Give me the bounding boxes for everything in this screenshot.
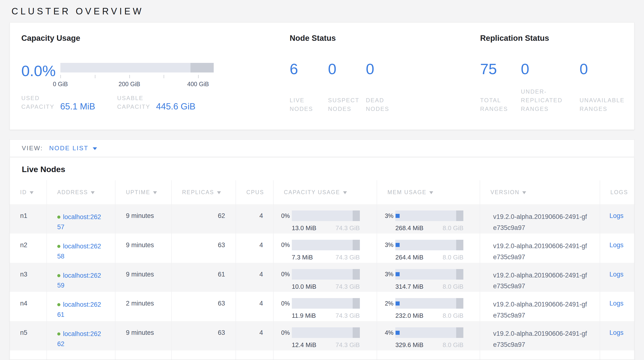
memory-usage-gauge: 3%314.7 MiB8.0 GiB xyxy=(377,269,480,290)
capacity-total-value: 74.3 GiB xyxy=(336,312,360,319)
capacity-axis-tick xyxy=(95,75,95,78)
view-label: VIEW: xyxy=(22,144,43,152)
node-address-link[interactable]: localhost:26261 xyxy=(57,301,101,318)
column-header-label: LOGS xyxy=(610,189,628,195)
column-header-memory[interactable]: MEM USAGE xyxy=(377,180,480,204)
capacity-usage-reserved-segment xyxy=(353,240,360,250)
memory-total-value: 8.0 GiB xyxy=(443,224,464,232)
node-cpus-cell: 4 xyxy=(236,263,273,292)
node-address-cell: localhost:26257 xyxy=(47,204,116,234)
node-version-cell: v19.2.0-alpha.20190606-2491-gfe735c9a97 xyxy=(480,263,600,292)
column-header-address[interactable]: ADDRESS xyxy=(47,180,116,204)
capacity-usage-title: Capacity Usage xyxy=(21,34,290,43)
column-header-label: ID xyxy=(20,189,27,195)
capacity-usage-bar xyxy=(292,269,360,280)
column-header-label: MEM USAGE xyxy=(388,189,426,195)
column-header-replicas[interactable]: REPLICAS xyxy=(172,180,236,204)
capacity-usage-cell: 0%10.0 MiB74.3 GiB xyxy=(273,263,377,292)
memory-total-value: 8.0 GiB xyxy=(443,283,464,290)
node-status-section: Node Status 6LIVENODES0SUSPECTNODES0DEAD… xyxy=(290,34,480,130)
replication-stat-value: 0 xyxy=(521,61,580,77)
capacity-axis-tick-label: 200 GiB xyxy=(118,81,140,88)
node-cpus-cell: 4 xyxy=(236,321,273,350)
table-row-partial xyxy=(10,350,634,359)
sort-caret-icon xyxy=(522,191,526,194)
used-capacity-stat: USEDCAPACITY 65.1 MiB xyxy=(21,94,117,111)
capacity-usage-section: Capacity Usage 0.0% 0 GiB200 GiB400 GiB … xyxy=(21,34,290,130)
page-title: CLUSTER OVERVIEW xyxy=(10,0,634,22)
capacity-used-value: 13.0 MiB xyxy=(292,224,316,232)
replication-stat-1: 0UNDER-REPLICATEDRANGES xyxy=(521,61,580,113)
memory-usage-percent: 3% xyxy=(377,271,394,278)
column-header-version[interactable]: VERSION xyxy=(480,180,600,204)
column-header-cpus: CPUS xyxy=(236,180,273,204)
capacity-usage-percent: 0% xyxy=(274,329,290,336)
node-logs-link[interactable]: Logs xyxy=(610,271,624,278)
memory-usage-used-segment xyxy=(396,301,400,305)
node-uptime-cell: 9 minutes xyxy=(115,204,172,234)
live-node-dot-icon xyxy=(57,303,60,306)
live-node-dot-icon xyxy=(57,245,60,248)
node-logs-link[interactable]: Logs xyxy=(610,212,624,219)
memory-usage-bar xyxy=(395,327,463,338)
column-header-uptime[interactable]: UPTIME xyxy=(115,180,172,204)
memory-usage-percent: 2% xyxy=(377,300,394,307)
node-logs-cell: Logs xyxy=(600,321,634,350)
memory-usage-bar xyxy=(395,240,463,250)
node-address-link[interactable]: localhost:26262 xyxy=(57,330,101,347)
memory-used-value: 329.6 MiB xyxy=(395,341,423,349)
capacity-gauge: 0 GiB200 GiB400 GiB xyxy=(60,63,214,78)
memory-usage-used-segment xyxy=(396,243,400,247)
capacity-axis-tick-label: 400 GiB xyxy=(187,81,209,88)
node-id-cell: n1 xyxy=(10,204,47,234)
capacity-usage-gauge: 0%11.9 MiB74.3 GiB xyxy=(274,298,377,319)
memory-usage-cell: 3%264.4 MiB8.0 GiB xyxy=(377,234,480,263)
node-logs-link[interactable]: Logs xyxy=(610,329,624,336)
node-address-link[interactable]: localhost:26259 xyxy=(57,272,101,289)
capacity-axis-tick xyxy=(164,75,164,78)
node-address-link[interactable]: localhost:26257 xyxy=(57,213,101,231)
used-capacity-label: USEDCAPACITY xyxy=(21,94,54,111)
column-header-id[interactable]: ID xyxy=(10,180,47,204)
memory-used-value: 232.0 MiB xyxy=(395,312,423,319)
capacity-usage-gauge: 0%13.0 MiB74.3 GiB xyxy=(274,211,377,232)
replication-status-section: Replication Status 75TOTALRANGES0UNDER-R… xyxy=(480,34,634,130)
node-stat-0: 6LIVENODES xyxy=(290,61,328,113)
live-node-dot-icon xyxy=(57,216,60,219)
column-header-label: REPLICAS xyxy=(182,189,214,195)
capacity-usage-bar xyxy=(292,327,360,338)
node-replicas-cell: 62 xyxy=(172,204,236,234)
memory-used-value: 314.7 MiB xyxy=(395,283,423,290)
column-header-label: CAPACITY USAGE xyxy=(284,189,340,195)
live-node-dot-icon xyxy=(57,274,60,277)
chevron-down-icon xyxy=(93,147,97,150)
memory-usage-percent: 3% xyxy=(377,212,394,219)
memory-usage-used-segment xyxy=(396,214,400,218)
node-logs-link[interactable]: Logs xyxy=(610,241,624,249)
usable-capacity-stat: USABLECAPACITY 445.6 GiB xyxy=(117,94,196,111)
node-stat-1: 0SUSPECTNODES xyxy=(328,61,366,113)
memory-used-value: 268.4 MiB xyxy=(395,224,423,232)
node-cpus-cell: 4 xyxy=(236,204,273,234)
memory-usage-reserved-segment xyxy=(456,211,463,221)
replication-stat-value: 75 xyxy=(480,61,521,77)
table-header-row: IDADDRESSUPTIMEREPLICASCPUSCAPACITY USAG… xyxy=(10,180,634,204)
node-id-cell: n2 xyxy=(10,234,47,263)
node-address-link[interactable]: localhost:26258 xyxy=(57,243,101,260)
column-header-capacity[interactable]: CAPACITY USAGE xyxy=(273,180,377,204)
capacity-gauge-reserved-segment xyxy=(190,63,214,73)
node-logs-link[interactable]: Logs xyxy=(610,300,624,307)
node-replicas-cell: 63 xyxy=(172,234,236,263)
view-selector-dropdown[interactable]: NODE LIST xyxy=(49,144,97,152)
column-header-label: ADDRESS xyxy=(57,189,88,195)
table-row: n2localhost:262589 minutes6340%7.3 MiB74… xyxy=(10,234,634,263)
capacity-usage-percent: 0% xyxy=(274,300,290,307)
sort-caret-icon xyxy=(30,191,34,194)
memory-usage-used-segment xyxy=(396,272,400,276)
live-nodes-card: Live Nodes IDADDRESSUPTIMEREPLICASCPUSCA… xyxy=(10,157,634,360)
capacity-percent: 0.0% xyxy=(21,62,60,78)
column-header-logs: LOGS xyxy=(600,180,634,204)
node-stat-2: 0DEADNODES xyxy=(366,61,394,113)
usable-capacity-label: USABLECAPACITY xyxy=(117,94,150,111)
node-id-cell: n3 xyxy=(10,263,47,292)
